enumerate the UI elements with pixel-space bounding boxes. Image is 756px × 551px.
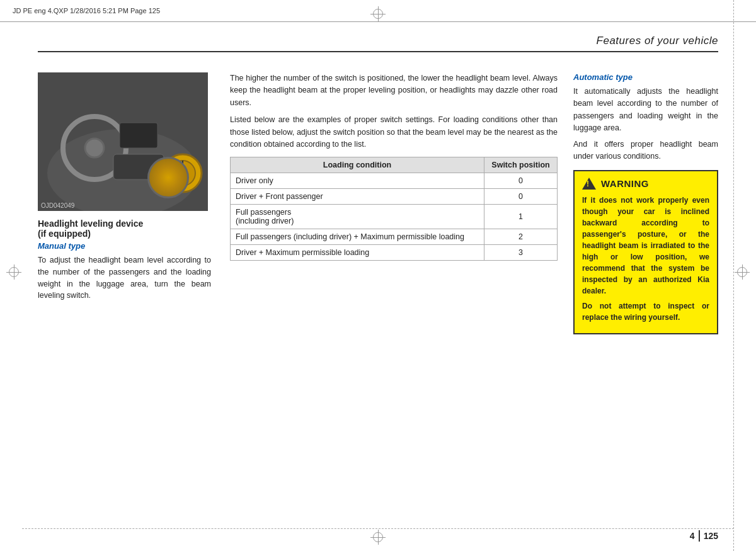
warning-text-1: If it does not work properly even though… (582, 195, 709, 297)
switch-table: Loading condition Switch position Driver… (230, 157, 558, 261)
right-para-1: It automatically adjusts the headlight b… (573, 86, 718, 135)
table-row: Driver only 0 (231, 173, 558, 189)
crosshair-circle-left (9, 267, 19, 277)
table-cell-condition-1: Driver only (231, 173, 484, 189)
table-row: Driver + Front passenger 0 (231, 189, 558, 205)
table-header-loading: Loading condition (231, 157, 484, 173)
warning-box: WARNING If it does not work properly eve… (573, 170, 718, 334)
crosshair-left (6, 264, 21, 280)
content-area: OJD042049 Headlight leveling device(if e… (38, 72, 718, 513)
warning-title: WARNING (601, 178, 649, 189)
warning-header: WARNING (582, 178, 709, 190)
car-image: OJD042049 (38, 72, 208, 211)
auto-type-title: Automatic type (573, 72, 718, 82)
middle-column: The higher the number of the switch is p… (220, 72, 567, 513)
section-subtitle: Manual type (38, 241, 211, 251)
svg-line-7 (170, 170, 175, 171)
warning-triangle-icon (582, 178, 596, 190)
left-body-text: To adjust the headlight beam level accor… (38, 254, 211, 302)
page-footer: 4 125 (690, 530, 718, 542)
warning-text-2: Do not attempt to inspect or replace the… (582, 300, 709, 323)
table-cell-condition-5: Driver + Maximum permissible loading (231, 245, 484, 261)
svg-point-5 (170, 161, 195, 186)
page-header: Features of your vehicle (38, 35, 718, 52)
right-margin-line (733, 0, 734, 551)
bottom-margin-line (22, 528, 734, 529)
table-row: Driver + Maximum permissible loading 3 (231, 245, 558, 261)
svg-marker-10 (161, 166, 173, 174)
svg-text:OJD042049: OJD042049 (41, 202, 75, 209)
page-number: 125 (704, 531, 718, 541)
table-cell-position-1: 0 (484, 173, 558, 189)
car-interior-svg: OJD042049 (38, 72, 208, 211)
table-cell-condition-3: Full passengers(including driver) (231, 205, 484, 229)
table-row: Full passengers(including driver) 1 (231, 205, 558, 229)
right-column: Automatic type It automatically adjusts … (567, 72, 718, 513)
table-header-switch: Switch position (484, 157, 558, 173)
svg-rect-8 (113, 154, 164, 179)
table-cell-position-3: 1 (484, 205, 558, 229)
section-title: Headlight leveling device(if equipped) (38, 219, 211, 239)
table-cell-condition-4: Full passengers (including driver) + Max… (231, 229, 484, 245)
crosshair-circle (373, 9, 383, 19)
right-para-2: And it offers proper headlight beam unde… (573, 139, 718, 163)
crosshair-circle-right (737, 267, 747, 277)
top-meta: JD PE eng 4.QXP 1/28/2016 5:21 PM Page 1… (13, 7, 160, 14)
crosshair-top (370, 6, 386, 21)
table-cell-position-5: 3 (484, 245, 558, 261)
table-row: Full passengers (including driver) + Max… (231, 229, 558, 245)
page-header-title: Features of your vehicle (597, 35, 718, 47)
svg-rect-9 (120, 123, 158, 148)
mid-para-2: Listed below are the examples of proper … (230, 114, 558, 151)
page-section-number: 4 (690, 531, 695, 541)
table-cell-position-2: 0 (484, 189, 558, 205)
table-cell-condition-2: Driver + Front passenger (231, 189, 484, 205)
car-image-graphic: OJD042049 (38, 72, 208, 211)
crosshair-right (735, 264, 750, 280)
crosshair-bottom (370, 530, 386, 545)
mid-para-1: The higher the number of the switch is p… (230, 72, 558, 109)
page-divider (699, 530, 700, 542)
left-column: OJD042049 Headlight leveling device(if e… (38, 72, 220, 513)
table-cell-position-4: 2 (484, 229, 558, 245)
svg-point-3 (85, 139, 104, 157)
crosshair-circle-bottom (373, 532, 383, 542)
